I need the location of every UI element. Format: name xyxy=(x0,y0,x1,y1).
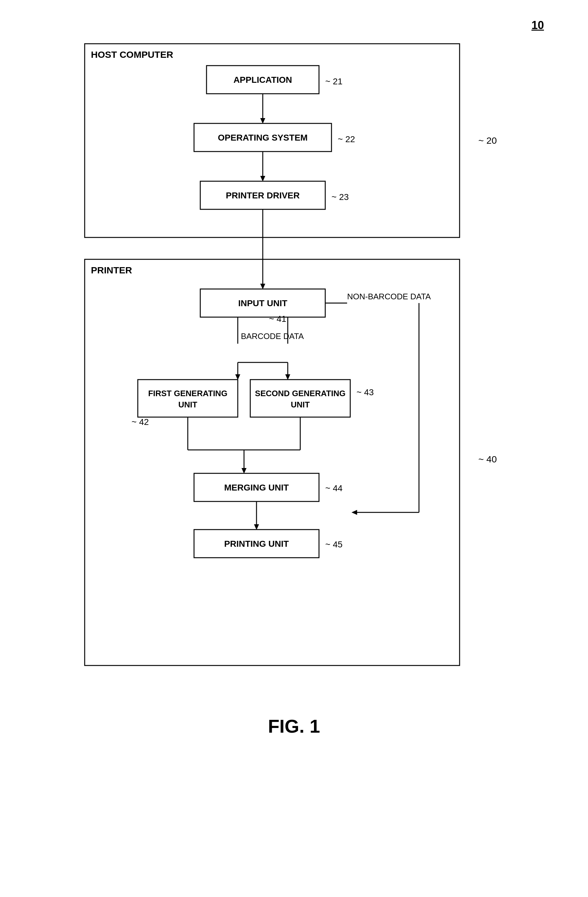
first-generating-unit-label2: UNIT xyxy=(178,400,198,409)
ref-20: ~ 20 xyxy=(478,135,497,145)
ref-23: ~ 23 xyxy=(331,192,349,202)
ref-42: ~ 42 xyxy=(132,417,149,427)
ref-40: ~ 40 xyxy=(478,454,497,464)
barcode-data-label: BARCODE DATA xyxy=(241,332,304,341)
ref-21: ~ 21 xyxy=(325,77,342,86)
operating-system-label: OPERATING SYSTEM xyxy=(218,133,308,142)
non-barcode-data-label: NON-BARCODE DATA xyxy=(347,292,431,301)
second-generating-unit-label: SECOND GENERATING xyxy=(255,389,346,398)
diagram-svg: HOST COMPUTER ~ 20 APPLICATION ~ 21 OPER… xyxy=(75,34,513,690)
merging-unit-label: MERGING UNIT xyxy=(224,483,289,492)
ref-43: ~ 43 xyxy=(357,387,374,397)
application-label: APPLICATION xyxy=(233,75,292,85)
ref-41: ~ 41 xyxy=(269,314,286,324)
input-unit-label: INPUT UNIT xyxy=(238,298,287,308)
svg-rect-24 xyxy=(250,380,350,417)
second-generating-unit-label2: UNIT xyxy=(291,400,310,409)
printer-label: PRINTER xyxy=(91,265,132,275)
figure-number-top: 10 xyxy=(531,19,544,32)
fig-caption: FIG. 1 xyxy=(268,715,320,737)
ref-22: ~ 22 xyxy=(338,134,355,144)
host-computer-label: HOST COMPUTER xyxy=(91,49,173,60)
printing-unit-label: PRINTING UNIT xyxy=(224,539,289,549)
ref-45: ~ 45 xyxy=(325,540,342,549)
first-generating-unit-label: FIRST GENERATING xyxy=(148,389,227,398)
page: 10 HOST COMPUTER ~ 20 APPLICATION ~ 21 O… xyxy=(44,19,544,737)
ref-44: ~ 44 xyxy=(325,483,342,493)
svg-rect-23 xyxy=(138,380,238,417)
printer-driver-label: PRINTER DRIVER xyxy=(226,191,300,200)
